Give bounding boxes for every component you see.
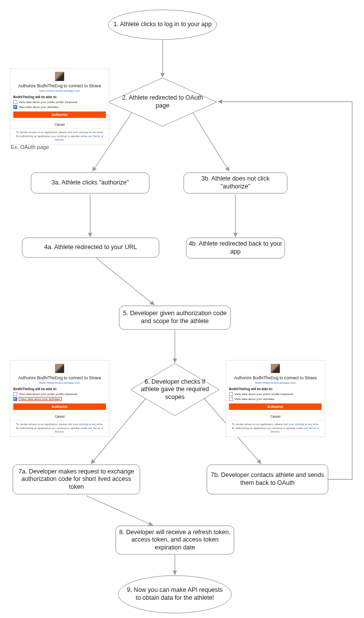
oauth-subheading: BodhiTheDog will be able to: — [13, 387, 106, 391]
settings-link[interactable]: settings — [79, 423, 89, 426]
checkbox-icon — [229, 397, 233, 401]
checkbox-icon — [229, 392, 233, 396]
settings-link[interactable]: settings — [295, 423, 304, 426]
edge-7a-8 — [86, 496, 153, 525]
node-3a-label: 3a. Athlete clicks "authorize" — [52, 179, 129, 187]
oauth-example-card-right: Authorize BodhiTheDog to connect to Stra… — [226, 360, 325, 437]
avatar — [270, 364, 280, 373]
cancel-button[interactable]: Cancel — [226, 412, 325, 421]
oauth-subheading: BodhiTheDog will be able to: — [229, 387, 322, 391]
authorize-button[interactable]: Authorize — [229, 403, 322, 410]
authorize-button[interactable]: Authorize — [13, 403, 106, 410]
checkbox-icon — [13, 105, 17, 109]
checkbox-icon — [13, 392, 17, 396]
authorize-button[interactable]: Authorize — [13, 111, 106, 118]
cancel-button[interactable]: Cancel — [10, 120, 109, 129]
node-3b-label: 3b. Athlete does not click "authorize" — [186, 175, 285, 190]
perm-profile: View data about your public profile (req… — [19, 101, 77, 104]
settings-link[interactable]: settings — [79, 131, 89, 134]
oauth-url: https://www.strava.testapp.com — [229, 381, 322, 384]
checkbox-icon — [13, 397, 17, 401]
oauth-title: Authorize BodhiTheDog to connect to Stra… — [229, 375, 322, 380]
oauth-footer: To revoke access to an application, plea… — [10, 421, 109, 436]
oauth-url: https://www.strava.testapp.com — [13, 89, 106, 92]
cancel-button[interactable]: Cancel — [10, 412, 109, 421]
node-4b-label: 4b. Athlete redirected back to your app — [188, 240, 283, 255]
oauth-example-card-left: Authorize BodhiTheDog to connect to Stra… — [10, 360, 109, 437]
node-7a-label: 7a. Developer makes request to exchange … — [16, 468, 137, 491]
node-5-label: 5. Developer given authorization code an… — [122, 310, 228, 325]
perm-profile: View data about your public profile (req… — [234, 393, 293, 396]
node-4a-label: 4a. Athlete redirected to your URL — [44, 244, 137, 252]
node-2-label: 2. Athlete redirected to OAuth page — [122, 94, 203, 109]
perm-activities: View data about your activities — [234, 398, 274, 400]
oauth-example-card-top: Authorize BodhiTheDog to connect to Stra… — [10, 68, 109, 145]
node-7b-label: 7b. Developer contacts athlete and sends… — [210, 472, 325, 487]
node-1-label: 1. Athlete clicks to log in to your app — [113, 21, 211, 29]
oauth-caption: Ex. OAuth page — [11, 144, 49, 150]
oauth-title: Authorize BodhiTheDog to connect to Stra… — [13, 375, 106, 380]
perm-activities-highlighted: View data about your activities — [19, 397, 62, 401]
oauth-footer: To revoke access to an application, plea… — [10, 129, 109, 145]
oauth-subheading: BodhiTheDog will be able to: — [13, 95, 106, 99]
perm-activities: View data about your activities — [19, 106, 59, 109]
edge-2-3b — [190, 108, 229, 171]
edge-4a-5 — [96, 258, 154, 305]
perm-profile: View data about your public profile (req… — [19, 393, 77, 396]
checkbox-icon — [13, 100, 17, 104]
node-6-label: 6. Developer checks if athlete gave the … — [140, 378, 209, 401]
node-9-label: 9. Now you can make API requests to obta… — [124, 586, 226, 602]
node-8-label: 8. Developer will receive a refresh toke… — [118, 529, 232, 552]
oauth-footer: To revoke access to an application, plea… — [226, 421, 325, 436]
avatar — [55, 364, 65, 373]
oauth-url: https://www.strava.testapp.com — [13, 381, 106, 384]
oauth-title: Authorize BodhiTheDog to connect to Stra… — [13, 83, 106, 88]
avatar — [55, 72, 65, 81]
